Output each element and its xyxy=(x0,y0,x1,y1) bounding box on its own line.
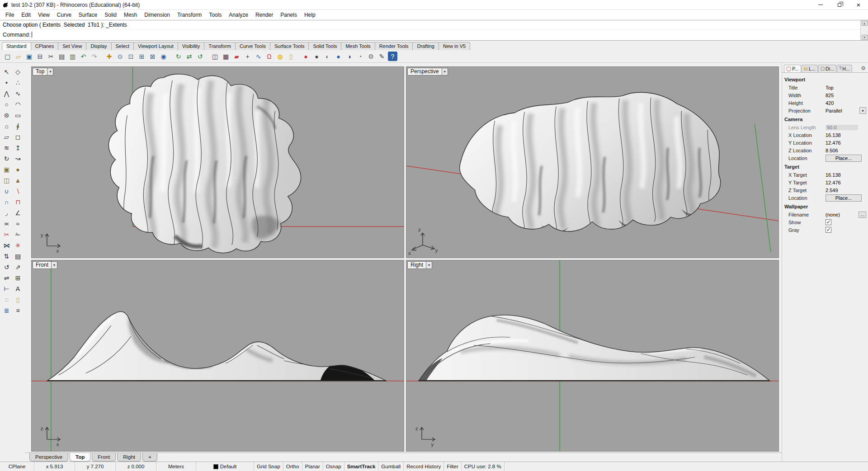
ellipse-icon[interactable]: ⊜ xyxy=(1,110,12,120)
menu-item-file[interactable]: File xyxy=(2,11,18,19)
toolbar-tab-drafting[interactable]: Drafting xyxy=(412,42,439,50)
projection-dropdown-icon[interactable] xyxy=(859,107,866,114)
helix-icon[interactable]: ∮ xyxy=(13,121,23,131)
rotate-icon[interactable]: ↺ xyxy=(1,262,12,272)
globe-dark-icon[interactable]: ◑ xyxy=(344,52,354,61)
offset-icon[interactable]: ≍ xyxy=(1,218,12,229)
projection-value[interactable]: Parallel xyxy=(826,108,859,113)
show-checkbox[interactable] xyxy=(826,219,831,225)
box-icon[interactable]: ▣ xyxy=(1,164,12,174)
toolbar-tab-mesh-tools[interactable]: Mesh Tools xyxy=(341,42,375,50)
boolean-intersection-icon[interactable]: ∩ xyxy=(1,197,12,207)
select-points-icon[interactable]: ◇ xyxy=(13,66,23,77)
wallpaper-browse-button[interactable]: ... xyxy=(859,212,866,218)
zoom-dynamic-icon[interactable]: ⊙ xyxy=(115,52,125,61)
blend-icon[interactable]: ≈ xyxy=(13,218,23,229)
circle-icon[interactable]: ○ xyxy=(1,99,12,109)
viewport-right[interactable]: z y Right xyxy=(406,260,779,452)
pencil-icon[interactable]: ✎ xyxy=(377,52,387,61)
z-target-field[interactable]: 2.549 xyxy=(826,188,866,193)
cylinder-icon[interactable]: ◫ xyxy=(1,175,12,185)
viewport-tab-top[interactable]: Top xyxy=(70,453,90,462)
lamp-icon[interactable]: ◍ xyxy=(275,52,285,61)
wallpaper-filename-field[interactable]: (none) xyxy=(826,212,859,217)
layers-icon[interactable]: ≣ xyxy=(1,305,12,316)
viewport-tab-perspective[interactable]: Perspective xyxy=(29,453,68,462)
menu-item-edit[interactable]: Edit xyxy=(18,11,34,19)
boolean-union-icon[interactable]: ∪ xyxy=(1,186,12,196)
arc-icon[interactable]: ◠ xyxy=(13,99,23,109)
render-speed-icon[interactable]: ▰ xyxy=(232,52,241,61)
target-place-button[interactable]: Place... xyxy=(826,194,862,202)
lock-toolbar-icon[interactable]: ▯ xyxy=(286,52,296,61)
toolbar-tab-select[interactable]: Select xyxy=(111,42,134,50)
curve-tools-icon[interactable]: ∿ xyxy=(254,52,263,61)
open-file-icon[interactable]: ▱ xyxy=(14,52,23,61)
toolbar-tab-visibility[interactable]: Visibility xyxy=(178,42,205,50)
undo-view-icon[interactable]: ↺ xyxy=(195,52,205,61)
text-icon[interactable]: A xyxy=(13,283,23,294)
point-cloud-icon[interactable]: ∴ xyxy=(13,77,23,88)
properties-icon[interactable]: ≡ xyxy=(13,305,23,316)
osnap-magnet-icon[interactable]: Ω xyxy=(264,52,274,61)
hide-icon[interactable]: ◌ xyxy=(1,294,12,305)
menu-item-surface[interactable]: Surface xyxy=(75,11,101,19)
globe-icon[interactable]: ● xyxy=(334,52,343,61)
paste-icon[interactable]: ▥ xyxy=(68,52,77,61)
viewport-label-perspective[interactable]: Perspective xyxy=(407,68,448,75)
select-arrow-icon[interactable]: ↖ xyxy=(1,66,12,77)
viewport-layout-icon[interactable]: ◫ xyxy=(210,52,220,61)
lock-icon[interactable]: ▯ xyxy=(13,294,23,305)
viewport-menu-arrow-icon[interactable] xyxy=(47,68,53,75)
move-icon[interactable]: ⇅ xyxy=(1,251,12,261)
viewport-label-top[interactable]: Top xyxy=(33,68,53,75)
panel-tab-help[interactable]: ? H... xyxy=(837,65,852,72)
pan-view-icon[interactable]: ⇄ xyxy=(184,52,194,61)
status-ortho[interactable]: Ortho xyxy=(283,462,302,471)
y-location-field[interactable]: 12.476 xyxy=(826,140,866,146)
rhino-logo-icon[interactable] xyxy=(2,1,9,9)
curve-icon[interactable]: ∿ xyxy=(13,88,23,99)
close-button[interactable] xyxy=(849,0,868,9)
menu-item-solid[interactable]: Solid xyxy=(101,11,120,19)
surface-plane-icon[interactable]: ▱ xyxy=(1,132,12,142)
command-input[interactable]: Command: xyxy=(0,29,860,40)
x-target-field[interactable]: 16.138 xyxy=(826,172,866,178)
scroll-up-icon[interactable] xyxy=(862,21,868,26)
toolbar-tab-standard[interactable]: Standard xyxy=(2,42,31,50)
viewport-menu-arrow-icon[interactable] xyxy=(426,262,432,268)
status-grid-snap[interactable]: Grid Snap xyxy=(254,462,283,471)
viewport-perspective[interactable]: z y x Perspective xyxy=(406,66,779,258)
sweep-icon[interactable]: ↝ xyxy=(13,153,23,164)
viewport-label-front[interactable]: Front xyxy=(33,261,57,269)
chamfer-icon[interactable]: ∠ xyxy=(13,207,23,218)
sphere-icon[interactable]: ● xyxy=(13,164,23,174)
viewport-tab-new[interactable]: + xyxy=(142,453,157,462)
mirror-icon[interactable]: ⇌ xyxy=(1,273,12,283)
rotate-view-icon[interactable]: ↻ xyxy=(174,52,183,61)
zoom-extents-all-icon[interactable]: ⊠ xyxy=(148,52,157,61)
grid-table-icon[interactable]: ▦ xyxy=(221,52,231,61)
status-cplane[interactable]: CPlane xyxy=(0,462,34,471)
menu-item-dimension[interactable]: Dimension xyxy=(141,11,174,19)
zoom-window-icon[interactable]: ⊡ xyxy=(126,52,136,61)
zoom-selected-icon[interactable]: ◉ xyxy=(159,52,168,61)
toolbar-tab-cplanes[interactable]: CPlanes xyxy=(31,42,59,50)
undo-icon[interactable]: ↶ xyxy=(79,52,88,61)
new-file-icon[interactable]: ▢ xyxy=(3,52,12,61)
panel-gear-icon[interactable]: ⚙ xyxy=(861,65,867,72)
array-icon[interactable]: ⊞ xyxy=(13,273,23,283)
viewport-tab-front[interactable]: Front xyxy=(92,453,116,462)
surface-corners-icon[interactable]: ◻ xyxy=(13,132,23,142)
cone-icon[interactable]: ▲ xyxy=(13,175,23,185)
copy-object-icon[interactable]: ▤ xyxy=(13,251,23,261)
extrude-icon[interactable]: ↥ xyxy=(13,142,23,153)
fillet-icon[interactable]: ◞ xyxy=(1,207,12,218)
boolean-difference-icon[interactable]: ∖ xyxy=(13,186,23,196)
print-icon[interactable]: ⊟ xyxy=(35,52,45,61)
menu-item-help[interactable]: Help xyxy=(301,11,319,19)
revolve-icon[interactable]: ↻ xyxy=(1,153,12,164)
viewport-top[interactable]: y x Top xyxy=(31,66,404,258)
viewport-title-field[interactable]: Top xyxy=(826,85,866,90)
viewport-menu-arrow-icon[interactable] xyxy=(442,68,448,75)
